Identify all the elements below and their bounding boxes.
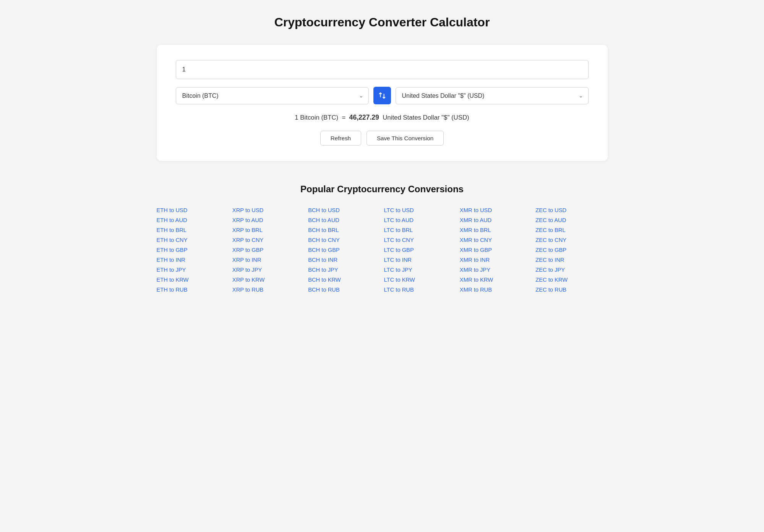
conversion-link[interactable]: LTC to BRL (384, 226, 456, 234)
actions-row: Refresh Save This Conversion (176, 131, 589, 146)
conversion-column-ltc: LTC to USDLTC to AUDLTC to BRLLTC to CNY… (384, 206, 456, 294)
conversion-link[interactable]: XRP to AUD (232, 216, 304, 224)
conversion-link[interactable]: ETH to AUD (157, 216, 229, 224)
amount-input[interactable] (176, 60, 589, 79)
conversion-link[interactable]: LTC to KRW (384, 276, 456, 284)
from-currency-select[interactable]: Bitcoin (BTC) (176, 87, 369, 104)
conversion-link[interactable]: XRP to USD (232, 206, 304, 214)
conversion-column-bch: BCH to USDBCH to AUDBCH to BRLBCH to CNY… (308, 206, 380, 294)
conversion-link[interactable]: ETH to USD (157, 206, 229, 214)
conversion-link[interactable]: XMR to GBP (460, 246, 532, 254)
conversion-link[interactable]: BCH to BRL (308, 226, 380, 234)
swap-icon (378, 91, 386, 100)
conversion-link[interactable]: ETH to INR (157, 256, 229, 264)
conversion-link[interactable]: LTC to CNY (384, 236, 456, 244)
result-prefix: 1 Bitcoin (BTC) (295, 114, 338, 121)
popular-section: Popular Cryptocurrency Conversions ETH t… (157, 184, 608, 294)
conversion-link[interactable]: XRP to BRL (232, 226, 304, 234)
conversion-link[interactable]: ETH to RUB (157, 285, 229, 294)
conversion-link[interactable]: BCH to GBP (308, 246, 380, 254)
conversion-link[interactable]: ZEC to KRW (535, 276, 607, 284)
conversion-link[interactable]: BCH to AUD (308, 216, 380, 224)
page-title: Cryptocurrency Converter Calculator (157, 15, 608, 29)
conversions-grid: ETH to USDETH to AUDETH to BRLETH to CNY… (157, 206, 608, 294)
conversion-link[interactable]: ZEC to AUD (535, 216, 607, 224)
conversion-link[interactable]: LTC to GBP (384, 246, 456, 254)
conversion-link[interactable]: LTC to AUD (384, 216, 456, 224)
conversion-link[interactable]: BCH to CNY (308, 236, 380, 244)
converter-card: Bitcoin (BTC) ⌄ United States Dollar "$"… (157, 45, 608, 161)
conversion-link[interactable]: ZEC to JPY (535, 266, 607, 274)
conversion-link[interactable]: ETH to JPY (157, 266, 229, 274)
conversion-link[interactable]: LTC to USD (384, 206, 456, 214)
conversion-link[interactable]: BCH to INR (308, 256, 380, 264)
conversion-link[interactable]: XMR to CNY (460, 236, 532, 244)
conversion-link[interactable]: XRP to GBP (232, 246, 304, 254)
conversion-link[interactable]: XMR to USD (460, 206, 532, 214)
popular-title: Popular Cryptocurrency Conversions (157, 184, 608, 195)
result-value: 46,227.29 (349, 114, 379, 121)
conversion-link[interactable]: ETH to KRW (157, 276, 229, 284)
conversion-link[interactable]: XMR to INR (460, 256, 532, 264)
conversion-link[interactable]: LTC to INR (384, 256, 456, 264)
conversion-link[interactable]: BCH to USD (308, 206, 380, 214)
conversion-column-xmr: XMR to USDXMR to AUDXMR to BRLXMR to CNY… (460, 206, 532, 294)
conversion-column-eth: ETH to USDETH to AUDETH to BRLETH to CNY… (157, 206, 229, 294)
conversion-link[interactable]: XRP to CNY (232, 236, 304, 244)
refresh-button[interactable]: Refresh (320, 131, 361, 146)
conversion-link[interactable]: XMR to AUD (460, 216, 532, 224)
to-currency-wrapper: United States Dollar "$" (USD) ⌄ (396, 87, 589, 104)
conversion-link[interactable]: ZEC to USD (535, 206, 607, 214)
result-suffix: United States Dollar "$" (USD) (383, 114, 469, 121)
conversion-link[interactable]: ZEC to RUB (535, 285, 607, 294)
conversion-link[interactable]: ZEC to BRL (535, 226, 607, 234)
swap-button[interactable] (373, 87, 391, 104)
conversion-link[interactable]: BCH to KRW (308, 276, 380, 284)
conversion-link[interactable]: BCH to JPY (308, 266, 380, 274)
conversion-link[interactable]: XMR to KRW (460, 276, 532, 284)
save-conversion-button[interactable]: Save This Conversion (367, 131, 444, 146)
to-currency-select[interactable]: United States Dollar "$" (USD) (396, 87, 589, 104)
selectors-row: Bitcoin (BTC) ⌄ United States Dollar "$"… (176, 87, 589, 104)
conversion-link[interactable]: BCH to RUB (308, 285, 380, 294)
conversion-link[interactable]: ZEC to GBP (535, 246, 607, 254)
conversion-link[interactable]: LTC to JPY (384, 266, 456, 274)
conversion-column-zec: ZEC to USDZEC to AUDZEC to BRLZEC to CNY… (535, 206, 607, 294)
conversion-link[interactable]: XMR to RUB (460, 285, 532, 294)
conversion-link[interactable]: ZEC to CNY (535, 236, 607, 244)
conversion-link[interactable]: XMR to JPY (460, 266, 532, 274)
conversion-link[interactable]: LTC to RUB (384, 285, 456, 294)
conversion-column-xrp: XRP to USDXRP to AUDXRP to BRLXRP to CNY… (232, 206, 304, 294)
result-row: 1 Bitcoin (BTC) = 46,227.29 United State… (176, 114, 589, 122)
result-equals: = (342, 114, 346, 121)
conversion-link[interactable]: XRP to KRW (232, 276, 304, 284)
from-currency-wrapper: Bitcoin (BTC) ⌄ (176, 87, 369, 104)
conversion-link[interactable]: XRP to RUB (232, 285, 304, 294)
conversion-link[interactable]: XMR to BRL (460, 226, 532, 234)
conversion-link[interactable]: ETH to CNY (157, 236, 229, 244)
conversion-link[interactable]: XRP to INR (232, 256, 304, 264)
conversion-link[interactable]: ZEC to INR (535, 256, 607, 264)
conversion-link[interactable]: ETH to GBP (157, 246, 229, 254)
conversion-link[interactable]: ETH to BRL (157, 226, 229, 234)
conversion-link[interactable]: XRP to JPY (232, 266, 304, 274)
